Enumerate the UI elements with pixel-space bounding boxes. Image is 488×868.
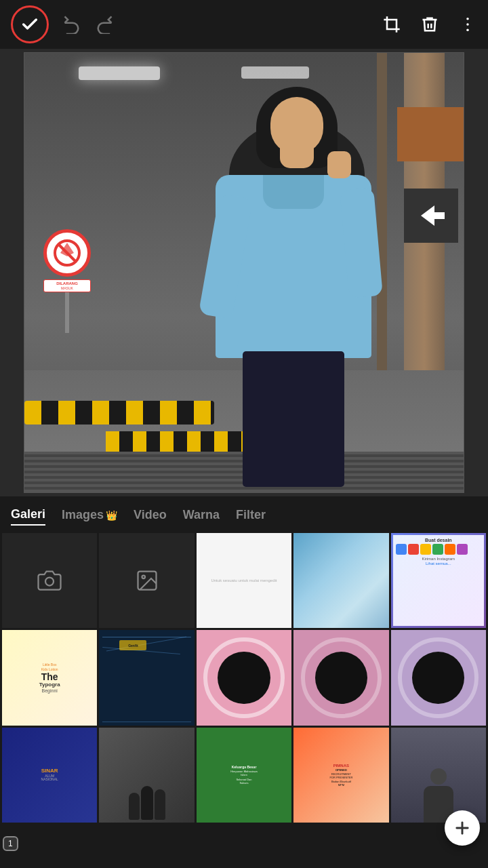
tab-bar: Galeri Images👑 Video Warna Filter — [0, 496, 488, 531]
tab-filter[interactable]: Filter — [236, 505, 266, 525]
portrait5-cell[interactable] — [391, 728, 486, 823]
map-cell[interactable]: Genfit — [99, 630, 194, 725]
green-event-cell[interactable]: Keluarga Besar Himpunan Mahasiswa Islam … — [197, 728, 291, 823]
redo-button[interactable] — [95, 15, 114, 34]
tab-galeri[interactable]: Galeri — [11, 505, 45, 526]
svg-point-9 — [142, 576, 145, 579]
svg-point-2 — [466, 28, 469, 31]
gallery-grid: Untuk sesuatu untuk mulai mengedit Buat … — [0, 531, 488, 825]
toolbar-left — [11, 5, 114, 43]
blue-marble-cell[interactable] — [293, 533, 388, 628]
sinar-cell[interactable]: SINAR ALUM NASIONAL — [2, 728, 97, 823]
design-app-cell[interactable]: Buat desain Kiriman Instagram Lihat semu… — [391, 533, 486, 628]
typo-line1: Little Box — [43, 663, 57, 667]
pink-ring-cell-2[interactable] — [293, 630, 388, 725]
confirm-button[interactable] — [11, 5, 49, 43]
blank-template-text: Untuk sesuatu untuk mulai mengedit — [208, 575, 279, 586]
toolbar — [0, 0, 488, 49]
typography-cell[interactable]: Little Box Kids Lotion The Typogra Begin… — [2, 630, 97, 725]
recruitment-cell[interactable]: PIMNAS OPENED RECRUITMENT FOR PRESENTER … — [293, 728, 388, 823]
gallery-icon-cell[interactable] — [99, 533, 194, 628]
selection-badge[interactable]: 1 — [3, 836, 18, 851]
camera-cell[interactable] — [2, 533, 97, 628]
crown-icon: 👑 — [106, 510, 117, 521]
svg-marker-3 — [421, 205, 445, 226]
tab-images[interactable]: Images👑 — [62, 505, 117, 525]
pink-ring-cell-1[interactable] — [197, 630, 291, 725]
add-fab-button[interactable] — [445, 810, 480, 846]
crop-button[interactable] — [382, 15, 401, 34]
main-image-area: DILARANG MASUK — [0, 49, 488, 496]
svg-point-1 — [466, 23, 469, 26]
main-photo[interactable]: DILARANG MASUK — [24, 52, 464, 493]
badge-number: 1 — [8, 839, 13, 848]
typo-line3: Typogra — [39, 682, 60, 688]
people-photo-cell[interactable] — [99, 728, 194, 823]
tab-warna[interactable]: Warna — [183, 505, 220, 525]
typo-the: The — [41, 672, 58, 682]
svg-point-7 — [45, 578, 54, 586]
lavender-ring-cell[interactable] — [391, 630, 486, 725]
blank-template-cell[interactable]: Untuk sesuatu untuk mulai mengedit — [197, 533, 291, 628]
bottom-section: Galeri Images👑 Video Warna Filter — [0, 496, 488, 868]
undo-button[interactable] — [62, 15, 81, 34]
typo-line4: Beginni — [42, 688, 58, 693]
delete-button[interactable] — [420, 15, 439, 34]
more-options-button[interactable] — [458, 15, 477, 34]
toolbar-right — [382, 15, 477, 34]
svg-point-0 — [466, 18, 469, 20]
gallery-wrapper: Untuk sesuatu untuk mulai mengedit Buat … — [0, 531, 488, 854]
tab-video[interactable]: Video — [134, 505, 167, 525]
